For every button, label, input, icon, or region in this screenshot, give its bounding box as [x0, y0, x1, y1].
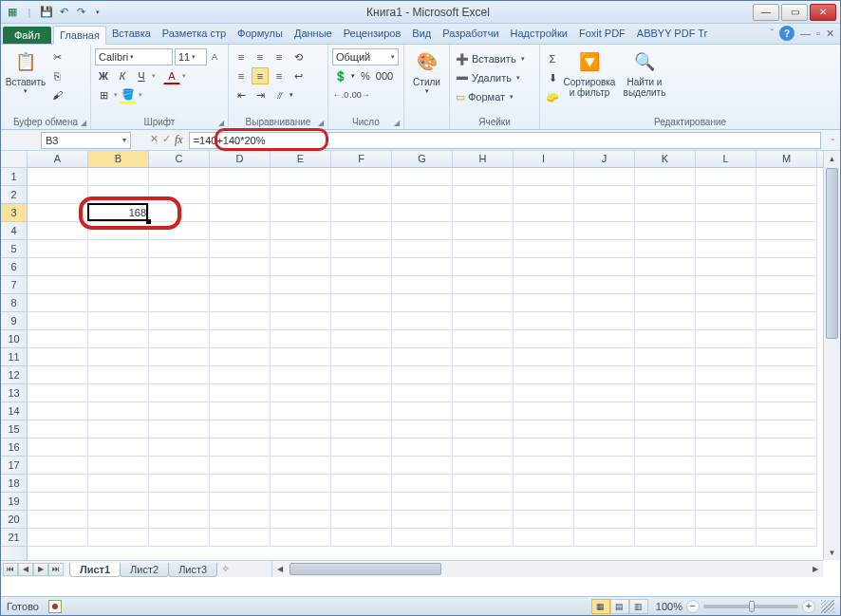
cell[interactable] [88, 294, 149, 312]
border-icon[interactable]: ⊞ [95, 86, 112, 103]
cell[interactable] [210, 276, 271, 294]
cell[interactable] [453, 330, 514, 348]
cell[interactable] [635, 475, 696, 493]
cell[interactable] [210, 186, 271, 204]
zoom-slider[interactable] [703, 605, 798, 608]
cell[interactable] [210, 493, 271, 511]
cell[interactable] [210, 312, 271, 330]
cell[interactable] [696, 222, 757, 240]
ribbon-tab-вставка[interactable]: Вставка [106, 25, 157, 44]
cell[interactable] [635, 204, 696, 222]
cell[interactable] [635, 294, 696, 312]
close-button[interactable]: ✕ [810, 4, 836, 21]
cell[interactable] [574, 384, 635, 402]
cell[interactable] [757, 258, 817, 276]
cell[interactable] [331, 330, 392, 348]
paste-button[interactable]: 📋 Вставить ▾ [5, 47, 47, 95]
cell[interactable] [149, 348, 210, 366]
percent-icon[interactable]: % [357, 67, 374, 84]
cell[interactable] [635, 384, 696, 402]
cell[interactable] [88, 420, 149, 439]
qat-customize-icon[interactable]: ▾ [90, 5, 105, 20]
cell[interactable] [331, 276, 392, 294]
column-header[interactable]: K [635, 151, 696, 167]
cell[interactable] [757, 222, 817, 240]
row-header[interactable]: 16 [1, 439, 27, 457]
cell[interactable] [88, 493, 149, 511]
cell[interactable] [88, 439, 149, 457]
sheet-nav-last-icon[interactable]: ⏭ [48, 563, 64, 576]
cell[interactable] [696, 384, 757, 402]
row-header[interactable]: 19 [1, 493, 27, 511]
column-header[interactable]: J [574, 151, 635, 167]
cell[interactable] [574, 294, 635, 312]
cell[interactable] [331, 402, 392, 420]
help-icon[interactable]: ? [779, 26, 794, 41]
italic-button[interactable]: К [114, 67, 131, 84]
row-header[interactable]: 6 [1, 258, 27, 276]
cell[interactable] [514, 312, 574, 330]
column-header[interactable]: D [210, 151, 271, 167]
cell[interactable] [635, 420, 696, 439]
cell[interactable] [696, 420, 757, 439]
ribbon-tab-надстройки[interactable]: Надстройки [505, 25, 573, 44]
cell[interactable] [149, 168, 210, 186]
cell[interactable] [88, 457, 149, 475]
column-header[interactable]: B [88, 151, 149, 167]
ribbon-tab-foxit pdf[interactable]: Foxit PDF [573, 25, 631, 44]
cell[interactable] [88, 402, 149, 420]
cell[interactable] [514, 240, 574, 258]
ribbon-tab-рецензиров[interactable]: Рецензиров [338, 25, 407, 44]
cell[interactable] [635, 366, 696, 384]
chevron-down-icon[interactable]: ▾ [122, 136, 126, 144]
cell[interactable] [28, 493, 88, 511]
cell[interactable] [514, 384, 574, 402]
row-header[interactable]: 3 [1, 204, 27, 222]
cell[interactable] [514, 493, 574, 511]
scroll-up-icon[interactable]: ▲ [824, 151, 840, 166]
font-name-combo[interactable]: Calibri▾ [95, 48, 173, 65]
cell[interactable] [331, 529, 392, 547]
cell[interactable] [453, 276, 514, 294]
column-header[interactable]: L [696, 151, 757, 167]
undo-icon[interactable]: ↶ [56, 5, 71, 20]
cell[interactable] [28, 439, 88, 457]
cell[interactable] [453, 384, 514, 402]
cell[interactable] [149, 475, 210, 493]
column-header[interactable]: A [28, 151, 88, 167]
cell[interactable] [331, 186, 392, 204]
cell[interactable] [271, 258, 331, 276]
row-header[interactable]: 9 [1, 312, 27, 330]
cell[interactable] [28, 222, 88, 240]
decrease-decimal-icon[interactable]: .00→ [351, 86, 368, 103]
row-header[interactable]: 18 [1, 475, 27, 493]
cell[interactable] [271, 529, 331, 547]
cell[interactable] [635, 511, 696, 529]
cell[interactable] [635, 312, 696, 330]
cell[interactable] [514, 439, 574, 457]
cell[interactable] [331, 384, 392, 402]
cell[interactable] [88, 258, 149, 276]
cell[interactable] [453, 475, 514, 493]
cell[interactable] [392, 204, 453, 222]
cell[interactable] [392, 258, 453, 276]
cell[interactable] [635, 493, 696, 511]
cell[interactable] [574, 276, 635, 294]
cell[interactable] [392, 511, 453, 529]
cell[interactable] [28, 186, 88, 204]
cell[interactable] [453, 439, 514, 457]
cell[interactable] [149, 402, 210, 420]
cell[interactable] [453, 493, 514, 511]
cell[interactable] [453, 366, 514, 384]
scroll-right-icon[interactable]: ▶ [808, 561, 823, 577]
cell[interactable] [210, 420, 271, 439]
cell[interactable] [210, 366, 271, 384]
cell[interactable] [88, 222, 149, 240]
cell[interactable] [696, 294, 757, 312]
add-sheet-icon[interactable]: ✧ [216, 561, 234, 577]
cell[interactable] [331, 493, 392, 511]
cell[interactable] [149, 276, 210, 294]
underline-button[interactable]: Ч [133, 67, 150, 84]
font-color-icon[interactable]: A [163, 67, 180, 84]
cell[interactable] [271, 222, 331, 240]
